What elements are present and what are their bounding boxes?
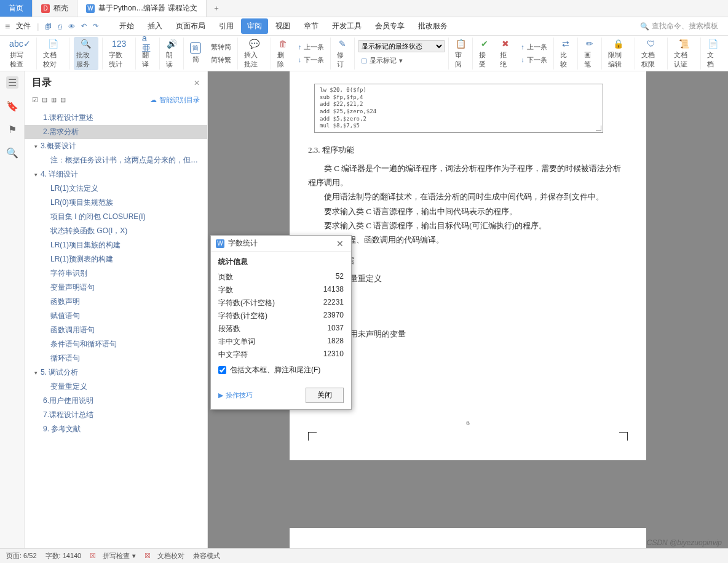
menu-tab-7[interactable]: 开发工具 [326,18,368,34]
para: 使用语法制导的翻译技术，在语法分析的同时生成中间代码，并保存到文件中。 [308,190,628,204]
nav-item[interactable]: 循环语句 [25,351,207,365]
nav-item[interactable]: 2.需求分析 [25,125,207,139]
status-page[interactable]: 页面: 6/52 [6,551,37,561]
nav-close-button[interactable]: ✕ [194,79,200,87]
batch-button[interactable]: 🔍批改服务 [74,37,99,70]
menu-tab-1[interactable]: 插入 [141,18,168,34]
delete-comment-button[interactable]: 🗑删除 [275,37,291,70]
accept-button[interactable]: ✔接受 [477,37,493,70]
revise-button[interactable]: ✎修订 [334,37,350,70]
compare-button[interactable]: ⇄比较 [558,37,574,70]
nav-item[interactable]: LR(1)预测表的构建 [25,252,207,266]
nav-item[interactable]: LR(1)项目集族的构建 [25,238,207,252]
new-tab-button[interactable]: ＋ [207,0,226,17]
spellcheck-icon: abc✓ [14,38,25,49]
file-menu[interactable]: 文件 [16,21,31,31]
code-line: { [316,359,628,373]
wordcount-button[interactable]: 123字数统计 [106,37,132,70]
nav-list: 1.课程设计重述2.需求分析▾3.概要设计注：根据任务设计书，这两点是分来的，但… [25,108,207,548]
daoku-icon: D [41,4,50,13]
menu-tab-6[interactable]: 章节 [298,18,325,34]
print-icon[interactable]: ⎙ [58,23,62,30]
tab-daoku[interactable]: D 稻壳 [33,0,77,17]
prev-comment-button[interactable]: ↑上一条 [296,41,327,53]
nav-item[interactable]: 函数声明 [25,295,207,309]
nav-item[interactable]: 条件语句和循环语句 [25,337,207,351]
tab-document[interactable]: W 基于Python…编译器 课程论文 [77,0,207,17]
nav-item[interactable]: 赋值语句 [25,309,207,323]
doc-auth-button[interactable]: 🛡文档权限 [639,37,664,70]
prev-change-button[interactable]: ↑上一条 [518,41,550,53]
menu-tab-5[interactable]: 视图 [269,18,296,34]
nav-item[interactable]: 项目集 I 的闭包 CLOSURE(I) [25,210,207,224]
tab-home[interactable]: 首页 [0,0,33,17]
nav-item[interactable]: ▾3.概要设计 [25,139,207,153]
menu-tab-0[interactable]: 开始 [113,18,140,34]
menu-tab-2[interactable]: 页面布局 [170,18,212,34]
nav-item[interactable]: 7.课程设计总结 [25,408,207,422]
nav-collapse-icon[interactable]: ⊟ [60,96,66,104]
nav-item[interactable]: 变量声明语句 [25,281,207,295]
next-comment-button[interactable]: ↓下一条 [296,54,327,66]
close-button[interactable]: 关闭 [306,388,344,403]
brush-button[interactable]: ✏画笔 [582,37,598,70]
status-proof[interactable]: ☒ 文档校对 [144,551,184,561]
nav-item[interactable]: 6.用户使用说明 [25,394,207,408]
menu-tab-4[interactable]: 审阅 [241,18,268,34]
rail-search-icon[interactable]: 🔍 [6,146,18,159]
menu-tab-9[interactable]: 批改服务 [412,18,454,34]
nav-item[interactable]: ▾4. 详细设计 [25,167,207,182]
menu-tab-8[interactable]: 会员专享 [369,18,411,34]
simp-button[interactable]: 简简 [188,41,204,65]
redo-icon[interactable]: ↷ [93,22,98,30]
hamburger-icon[interactable]: ≡ [5,22,10,31]
nav-item[interactable]: LR(1)文法定义 [25,182,207,196]
nav-item[interactable]: 变量重定义 [25,380,207,394]
checkbox-input[interactable] [218,366,226,374]
doc-cert-button[interactable]: 📜文档认证 [671,37,697,70]
rail-ribbon-icon[interactable]: ⚑ [6,123,18,135]
nav-smart-button[interactable]: ☁ 智能识别目录 [150,95,200,105]
spellcheck-button[interactable]: abc✓拼写检查 [7,37,33,70]
nav-checkbox-icon[interactable]: ☑ [32,96,38,104]
search-box[interactable]: 🔍 查找命令、搜索模板 [635,19,723,33]
insert-comment-button[interactable]: 💬插入批注 [242,37,267,70]
dialog-title-text: 字数统计 [228,238,258,249]
show-tag-combo[interactable]: 显示标记的最终状态 [358,40,445,52]
nav-item[interactable]: 注：根据任务设计书，这两点是分来的，但是如… [25,153,207,167]
include-textbox-checkbox[interactable]: 包括文本框、脚注和尾注(F) [218,361,344,379]
wordcount-icon: 123 [114,38,125,49]
nav-item[interactable]: 9. 参考文献 [25,422,207,436]
nav-item[interactable]: 状态转换函数 GO(I，X) [25,224,207,238]
heading-242: 2.4.2. 使用未声明的变量 [316,327,628,341]
trad-simp-button[interactable]: 繁转简 [208,41,234,53]
nav-item[interactable]: ▾5. 调试分析 [25,365,207,380]
tips-link[interactable]: ▶ 操作技巧 [218,391,253,400]
simp-trad-button[interactable]: 简转繁 [208,54,234,66]
menu-tab-3[interactable]: 引用 [213,18,240,34]
dialog-close-button[interactable]: ✕ [334,239,346,249]
nav-expand-icon[interactable]: ⊞ [51,96,57,104]
doc-more-button[interactable]: 📄文档 [705,37,721,70]
reject-button[interactable]: ✖拒绝 [497,37,513,70]
status-spell[interactable]: ☒ 拼写检查 ▾ [90,551,136,561]
preview-icon[interactable]: 👁 [68,23,75,30]
next-icon: ↓ [298,56,302,63]
nav-item[interactable]: 1.课程设计重述 [25,111,207,125]
proof-button[interactable]: 📄文档校对 [41,37,66,70]
nav-item[interactable]: LR(0)项目集规范族 [25,196,207,210]
restrict-button[interactable]: 🔒限制编辑 [606,37,631,70]
status-words[interactable]: 字数: 14140 [46,551,82,561]
rail-bookmark-icon[interactable]: 🔖 [6,100,18,112]
save-icon[interactable]: 🗐 [45,23,52,30]
nav-item[interactable]: 字符串识别 [25,266,207,281]
nav-item[interactable]: 函数调用语句 [25,323,207,337]
undo-icon[interactable]: ↶ [81,22,87,30]
translate-button[interactable]: a亜翻译 [140,37,156,70]
next-change-button[interactable]: ↓下一条 [518,54,550,66]
review-button[interactable]: 📋审阅 [453,37,469,70]
read-button[interactable]: 🔊朗读 [164,37,180,70]
show-tag-button[interactable]: ▢显示标记 ▾ [358,55,445,66]
rail-outline-icon[interactable]: ☰ [6,76,18,89]
nav-collapse-up-icon[interactable]: ⊟ [42,96,47,104]
